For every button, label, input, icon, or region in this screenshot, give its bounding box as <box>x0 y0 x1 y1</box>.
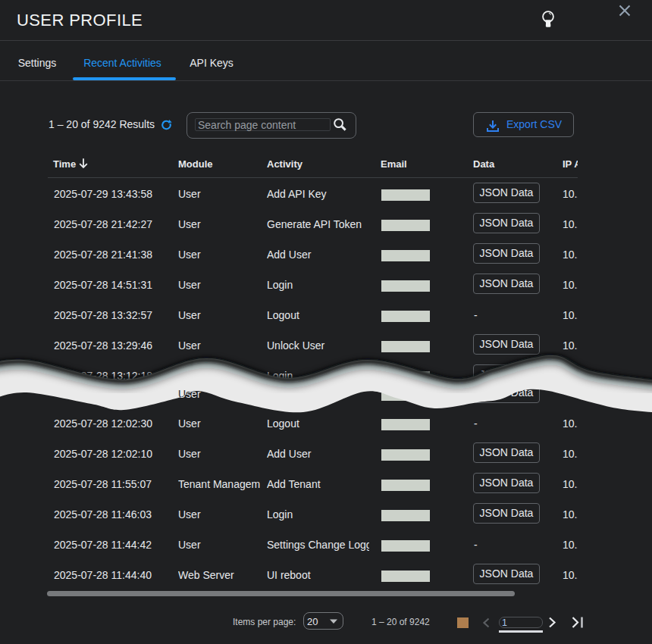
svg-text:User: User <box>178 388 201 400</box>
